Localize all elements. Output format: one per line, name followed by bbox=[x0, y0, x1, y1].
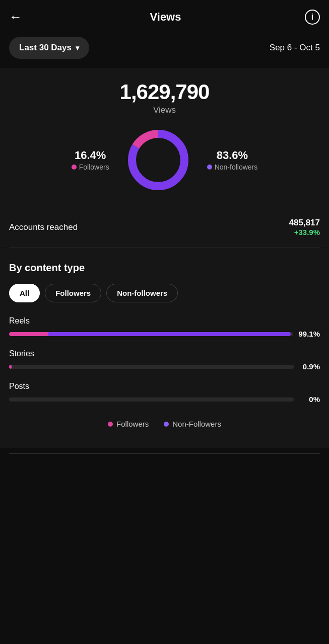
legend-nonfollowers-label: Non-Followers bbox=[172, 420, 221, 428]
views-total-number: 1,629,790 bbox=[9, 80, 320, 104]
nonfollowers-pct: 83.6% bbox=[207, 149, 258, 162]
bar-track-stories bbox=[9, 365, 294, 369]
filter-tabs: All Followers Non-followers bbox=[9, 284, 320, 302]
page-title: Views bbox=[150, 11, 181, 24]
accounts-reached-number: 485,817 bbox=[289, 218, 320, 228]
legend-followers-label: Followers bbox=[116, 420, 149, 428]
bar-label-reels: Reels bbox=[9, 316, 320, 326]
content-type-title: By content type bbox=[9, 262, 320, 274]
bar-pct-stories: 0.9% bbox=[299, 362, 320, 371]
legend-nonfollowers: Non-Followers bbox=[164, 420, 221, 428]
back-button[interactable]: ← bbox=[9, 9, 26, 25]
bar-fill-stories bbox=[9, 365, 12, 369]
period-filter-button[interactable]: Last 30 Days ▾ bbox=[9, 37, 89, 59]
legend-followers-dot bbox=[108, 422, 113, 427]
donut-chart bbox=[125, 127, 191, 193]
date-range: Sep 6 - Oct 5 bbox=[270, 43, 320, 53]
content-type-section: By content type All Followers Non-follow… bbox=[0, 248, 329, 448]
bar-pct-posts: 0% bbox=[299, 395, 320, 404]
views-section: 1,629,790 Views 16.4% Followers 83.6% bbox=[0, 68, 329, 207]
accounts-reached-label: Accounts reached bbox=[9, 222, 78, 232]
donut-row: 16.4% Followers 83.6% Non-followers bbox=[9, 127, 320, 193]
bar-item-stories: Stories 0.9% bbox=[9, 349, 320, 371]
followers-pct: 16.4% bbox=[72, 149, 109, 162]
donut-svg bbox=[125, 127, 191, 193]
bottom-divider bbox=[9, 453, 320, 454]
nonfollowers-stat: 83.6% Non-followers bbox=[207, 149, 258, 171]
accounts-reached-values: 485,817 +33.9% bbox=[289, 218, 320, 236]
filter-tab-nonfollowers[interactable]: Non-followers bbox=[106, 284, 178, 302]
date-row: Last 30 Days ▾ Sep 6 - Oct 5 bbox=[0, 32, 329, 68]
bar-track-posts bbox=[9, 397, 294, 401]
followers-dot bbox=[72, 165, 77, 170]
bar-track-reels bbox=[9, 332, 293, 336]
chart-legend: Followers Non-Followers bbox=[9, 420, 320, 438]
bar-item-reels: Reels 99.1% bbox=[9, 316, 320, 338]
filter-tab-all[interactable]: All bbox=[9, 284, 40, 302]
bar-label-stories: Stories bbox=[9, 349, 320, 358]
chevron-down-icon: ▾ bbox=[76, 44, 79, 52]
legend-followers: Followers bbox=[108, 420, 149, 428]
info-button[interactable]: i bbox=[305, 10, 320, 25]
header: ← Views i bbox=[0, 0, 329, 32]
followers-stat: 16.4% Followers bbox=[72, 149, 109, 171]
nonfollowers-dot bbox=[207, 165, 212, 170]
nonfollowers-label: Non-followers bbox=[207, 163, 258, 171]
views-total-label: Views bbox=[9, 105, 320, 115]
period-label: Last 30 Days bbox=[19, 43, 72, 53]
info-icon: i bbox=[311, 13, 313, 22]
legend-nonfollowers-dot bbox=[164, 422, 169, 427]
bar-fill-reels bbox=[9, 332, 291, 336]
bar-pct-reels: 99.1% bbox=[298, 330, 320, 338]
bar-item-posts: Posts 0% bbox=[9, 382, 320, 404]
accounts-reached-change: +33.9% bbox=[289, 228, 320, 236]
filter-tab-followers[interactable]: Followers bbox=[45, 284, 101, 302]
accounts-reached-row: Accounts reached 485,817 +33.9% bbox=[0, 207, 329, 248]
bar-label-posts: Posts bbox=[9, 382, 320, 391]
followers-label: Followers bbox=[72, 163, 109, 171]
